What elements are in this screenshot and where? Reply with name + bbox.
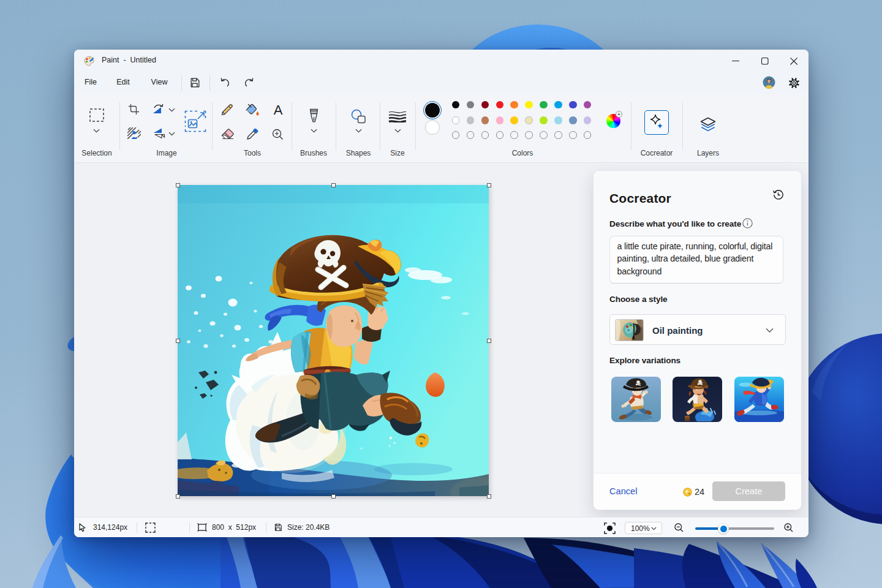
svg-text:A: A	[274, 103, 283, 116]
